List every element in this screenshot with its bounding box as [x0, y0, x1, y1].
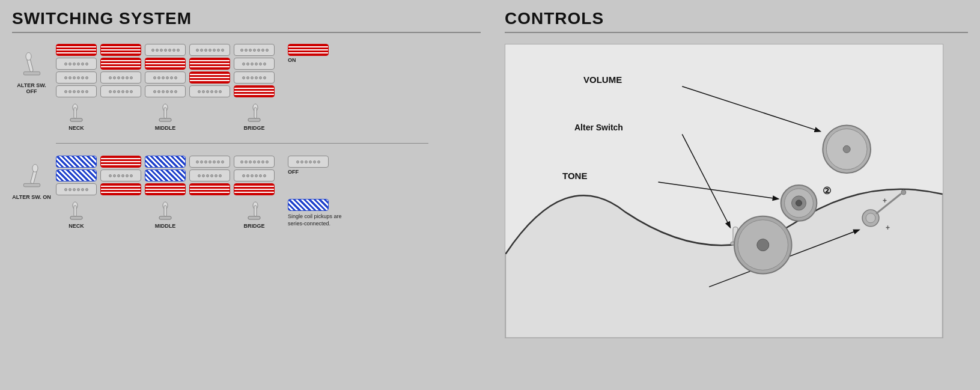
legend-off-block: [288, 156, 329, 168]
switch-pos-label-neck: NECK: [68, 125, 84, 131]
switch-on-icon-1: [68, 201, 84, 221]
pu-off-4-4: [189, 85, 230, 97]
pu-off-1-3: [145, 44, 186, 56]
svg-point-30: [796, 200, 802, 206]
svg-point-47: [757, 239, 769, 251]
spacer-1: [100, 103, 141, 131]
alter-sw-off-section: ALTER SW. OFF: [12, 44, 481, 131]
svg-rect-15: [70, 216, 82, 219]
on-off-legend-2: OFF Single coil pickups are series-conne…: [288, 156, 348, 227]
toggle-off-svg: [20, 50, 44, 80]
alter-sw-on-section: ALTER SW. ON: [12, 156, 481, 229]
pu-off-2-1: [56, 58, 97, 70]
svg-rect-0: [23, 72, 40, 75]
pu-on-3-1: [56, 183, 97, 195]
legend-on-block: [288, 44, 329, 56]
on-row-3: [56, 183, 275, 195]
on-row-1: [56, 156, 275, 168]
svg-rect-8: [164, 108, 166, 118]
legend-on-label: ON: [288, 57, 296, 63]
switch-pos-label-middle: MIDDLE: [155, 125, 176, 131]
switch-icon-3: [157, 103, 173, 123]
blue-legend-item: Single coil pickups are series-connected…: [288, 199, 348, 227]
pu-on-1-1: [56, 156, 97, 168]
pu-off-3-3: [145, 72, 186, 84]
switch-icon-5: [246, 103, 262, 123]
on-off-legend-1: ON: [288, 44, 329, 63]
on-grid: NECK MIDDLE: [56, 156, 275, 229]
off-switch-positions: NECK MIDDLE: [56, 103, 275, 131]
svg-rect-5: [74, 108, 76, 118]
switch-pos-neck-2: NECK: [56, 201, 97, 229]
controls-title: CONTROLS: [505, 9, 968, 28]
svg-point-34: [866, 213, 875, 223]
pu-on-3-3: [145, 183, 186, 195]
switch-pos-label-middle-2: MIDDLE: [155, 223, 176, 229]
spacer-3: [100, 201, 141, 229]
svg-point-38: [901, 190, 906, 195]
left-divider: [12, 32, 481, 33]
svg-text:+: +: [883, 197, 887, 205]
pu-on-1-2: [100, 156, 141, 168]
legend-on: ON: [288, 44, 329, 63]
svg-point-2: [26, 53, 31, 61]
pu-off-2-5: [234, 58, 275, 70]
svg-line-42: [682, 134, 730, 227]
on-switch-positions: NECK MIDDLE: [56, 201, 275, 229]
pu-off-1-1: [56, 44, 97, 56]
switch-pos-label-bridge-2: BRIDGE: [243, 223, 264, 229]
off-row-2: [56, 58, 275, 70]
off-row-3: [56, 72, 275, 84]
legend-blue-block: [288, 199, 329, 211]
pu-off-1-2: [100, 44, 141, 56]
switch-on-icon-3: [157, 201, 173, 221]
alter-sw-on-icon: ALTER SW. ON: [12, 156, 51, 200]
pu-on-2-3: [145, 169, 186, 181]
switch-icon-1: [68, 103, 84, 123]
pu-off-2-2: [100, 58, 141, 70]
controls-diagram: VOLUME Alter Switch TONE 5 WAY P.U. SELE…: [505, 44, 943, 338]
svg-point-14: [32, 165, 37, 172]
right-divider: [505, 32, 968, 33]
svg-line-43: [658, 182, 778, 199]
pu-off-4-5: [234, 85, 275, 97]
switch-pos-neck-1: NECK: [56, 103, 97, 131]
pu-on-1-4: [189, 156, 230, 168]
switching-container: ALTER SW. OFF: [12, 44, 481, 229]
alter-sw-off-icon: ALTER SW. OFF: [12, 44, 51, 94]
svg-point-26: [843, 145, 850, 153]
sw-section-divider: [56, 143, 428, 144]
right-panel: CONTROLS VOLUME Alter Switch TONE 5 WAY …: [493, 0, 980, 390]
on-row-2: [56, 169, 275, 181]
pu-off-1-5: [234, 44, 275, 56]
switch-pos-middle-1: MIDDLE: [145, 103, 186, 131]
pu-off-3-2: [100, 72, 141, 84]
pu-on-2-4: [189, 169, 230, 181]
svg-rect-12: [23, 183, 40, 186]
pu-on-2-5: [234, 169, 275, 181]
svg-rect-6: [159, 118, 171, 121]
svg-rect-3: [70, 118, 82, 121]
spacer-4: [189, 201, 230, 229]
pu-off-4-2: [100, 85, 141, 97]
off-row-4: [56, 85, 275, 97]
off-row-1: [56, 44, 275, 56]
legend-off-label: OFF: [288, 169, 299, 175]
pu-off-3-4: [189, 72, 230, 84]
svg-text:+: +: [886, 224, 890, 232]
svg-line-41: [682, 87, 820, 132]
legend-off: OFF: [288, 156, 329, 175]
pu-off-1-4: [189, 44, 230, 56]
pu-on-3-5: [234, 183, 275, 195]
pu-off-2-3: [145, 58, 186, 70]
pu-on-2-1: [56, 169, 97, 181]
pu-on-2-2: [100, 169, 141, 181]
pu-off-2-4: [189, 58, 230, 70]
switching-system-title: SWITCHING SYSTEM: [12, 9, 481, 28]
series-note: Single coil pickups are series-connected…: [288, 213, 348, 227]
svg-rect-23: [254, 206, 257, 216]
switch-pos-label-bridge: BRIDGE: [243, 125, 264, 131]
pu-on-1-3: [145, 156, 186, 168]
pu-on-1-5: [234, 156, 275, 168]
switch-pos-middle-2: MIDDLE: [145, 201, 186, 229]
